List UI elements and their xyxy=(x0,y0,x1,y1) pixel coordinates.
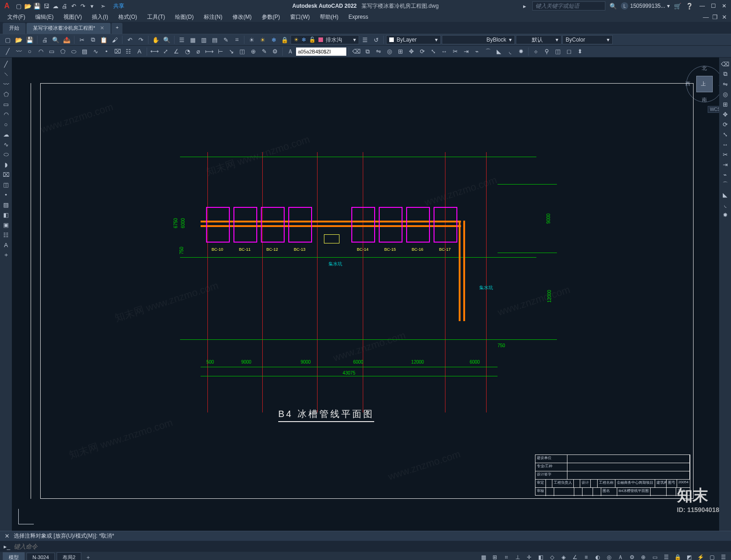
stretch-icon[interactable]: ↔ xyxy=(439,47,449,56)
dim-baseline-icon[interactable]: ⊢ xyxy=(215,47,225,56)
offset2-icon[interactable]: ◎ xyxy=(720,90,730,99)
toolpalettes-icon[interactable]: ▥ xyxy=(199,35,209,44)
layer-manager-icon[interactable]: ☀ xyxy=(247,35,257,44)
open-dwg-icon[interactable]: 📂 xyxy=(14,35,24,44)
menu-file[interactable]: 文件(F) xyxy=(3,12,30,22)
cmd-prompt-icon[interactable]: ▸_ xyxy=(3,542,11,550)
ungroup-icon[interactable]: ◻ xyxy=(564,47,574,56)
menu-modify[interactable]: 修改(M) xyxy=(228,12,256,22)
grid-icon[interactable]: ⊞ xyxy=(490,553,500,560)
dim-aligned-icon[interactable]: ⤢ xyxy=(160,47,170,56)
revcloud-icon[interactable]: ☁ xyxy=(1,130,11,139)
app-store-icon[interactable]: 🛒 xyxy=(673,2,682,10)
polar-icon[interactable]: ✛ xyxy=(524,553,534,560)
hatch2-icon[interactable]: ▨ xyxy=(1,200,11,209)
help-icon[interactable]: ❔ xyxy=(685,2,694,10)
ellipse2-icon[interactable]: ⬭ xyxy=(1,150,11,159)
properties-icon[interactable]: ☰ xyxy=(177,35,187,44)
arc-icon[interactable]: ◠ xyxy=(36,47,46,56)
layout-tab-model[interactable]: 模型 xyxy=(3,552,25,560)
minimize-button[interactable]: — xyxy=(697,2,707,10)
explode-icon[interactable]: ✸ xyxy=(516,47,526,56)
copy2-icon[interactable]: ⧉ xyxy=(362,47,372,56)
trim2-icon[interactable]: ✂ xyxy=(720,150,730,159)
isodraft-icon[interactable]: ◧ xyxy=(535,553,546,560)
annotation-monitor-icon[interactable]: ⊕ xyxy=(638,553,648,560)
circle-icon[interactable]: ○ xyxy=(25,47,35,56)
workspace-icon[interactable]: ⚙ xyxy=(627,553,637,560)
publish-icon[interactable]: 📤 xyxy=(62,35,72,44)
menu-draw[interactable]: 绘图(D) xyxy=(170,12,198,22)
user-account[interactable]: L 1505999135... ▾ xyxy=(621,2,670,10)
dimstyle-icon[interactable]: ⚙ xyxy=(270,47,280,56)
layer-states-icon[interactable]: ☰ xyxy=(360,35,370,44)
text-icon[interactable]: A xyxy=(134,47,144,56)
menu-express[interactable]: Express xyxy=(344,13,373,21)
fillet2-icon[interactable]: ◟ xyxy=(720,200,730,209)
menu-help[interactable]: 帮助(H) xyxy=(315,12,343,22)
designcenter-icon[interactable]: ▦ xyxy=(188,35,198,44)
break-icon[interactable]: ⌁ xyxy=(472,47,482,56)
undo2-icon[interactable]: ↶ xyxy=(125,35,135,44)
plot-icon[interactable]: 🖨 xyxy=(60,2,69,10)
mtext-icon[interactable]: A xyxy=(1,240,11,249)
extend2-icon[interactable]: ⇥ xyxy=(720,160,730,169)
new-icon[interactable]: ▢ xyxy=(15,2,23,10)
doc-restore-button[interactable]: ❐ xyxy=(711,13,719,21)
menu-format[interactable]: 格式(O) xyxy=(114,12,142,22)
point-icon[interactable]: • xyxy=(101,47,111,56)
app-logo[interactable]: A xyxy=(2,2,12,10)
mirror-icon[interactable]: ⇋ xyxy=(373,47,383,56)
table-icon[interactable]: ☷ xyxy=(123,47,133,56)
ucs-icon[interactable] xyxy=(16,505,37,527)
snapmode-icon[interactable]: ⌗ xyxy=(501,553,511,560)
cleanscreen-icon[interactable]: ▢ xyxy=(707,553,717,560)
3dosnap-icon[interactable]: ◈ xyxy=(558,553,568,560)
layer-previous-icon[interactable]: ↺ xyxy=(371,35,381,44)
polygon-icon[interactable]: ⬠ xyxy=(58,47,68,56)
color-dropdown[interactable]: ByLayer ▾ xyxy=(386,35,441,44)
circle2-icon[interactable]: ○ xyxy=(1,120,11,129)
dim-radius-icon[interactable]: ◔ xyxy=(182,47,192,56)
move2-icon[interactable]: ✥ xyxy=(720,110,730,119)
group-icon[interactable]: ◫ xyxy=(553,47,563,56)
layer-lock-icon[interactable]: 🔒 xyxy=(280,35,290,44)
join-icon[interactable]: ⌒ xyxy=(483,47,493,56)
point2-icon[interactable]: • xyxy=(1,190,11,199)
pan-icon[interactable]: ✋ xyxy=(151,35,161,44)
paste-icon[interactable]: 📋 xyxy=(99,35,109,44)
menu-edit[interactable]: 编辑(E) xyxy=(31,12,58,22)
redo2-icon[interactable]: ↷ xyxy=(136,35,146,44)
sheetset-icon[interactable]: ▤ xyxy=(210,35,220,44)
dim-continue-icon[interactable]: ⟼ xyxy=(204,47,214,56)
save-dwg-icon[interactable]: 💾 xyxy=(25,35,35,44)
scale-icon[interactable]: ⤡ xyxy=(428,47,438,56)
menu-insert[interactable]: 插入(I) xyxy=(87,12,112,22)
mirror2-icon[interactable]: ⇋ xyxy=(720,79,730,89)
tolerance-icon[interactable]: ◫ xyxy=(237,47,247,56)
doc-close-button[interactable]: ✕ xyxy=(720,13,728,21)
centermark-icon[interactable]: ⊕ xyxy=(248,47,258,56)
textstyle-icon[interactable]: Ａ xyxy=(285,47,295,56)
redo-icon[interactable]: ↷ xyxy=(79,2,87,10)
polygon2-icon[interactable]: ⬠ xyxy=(1,90,11,99)
array-icon[interactable]: ⊞ xyxy=(395,47,405,56)
otrack-icon[interactable]: ∠ xyxy=(570,553,580,560)
new-dwg-icon[interactable]: ▢ xyxy=(3,35,13,44)
open-icon[interactable]: 📂 xyxy=(24,2,32,10)
dim-angular-icon[interactable]: ∠ xyxy=(171,47,181,56)
hatch-icon[interactable]: ▨ xyxy=(79,47,90,56)
addselected-icon[interactable]: ＋ xyxy=(1,250,11,259)
spline-icon[interactable]: ∿ xyxy=(90,47,101,56)
layer-freeze-icon[interactable]: ❄ xyxy=(269,35,279,44)
makeblock-icon[interactable]: ◫ xyxy=(1,180,11,189)
chamfer-icon[interactable]: ◣ xyxy=(494,47,504,56)
lineweight2-icon[interactable]: ≡ xyxy=(581,553,591,560)
close-button[interactable]: ✕ xyxy=(719,2,729,10)
doc-minimize-button[interactable]: — xyxy=(702,13,710,21)
cmd-close-icon[interactable]: ✕ xyxy=(3,532,11,540)
extend-icon[interactable]: ⇥ xyxy=(461,47,471,56)
region-icon[interactable]: ▣ xyxy=(1,220,11,229)
arc2-icon[interactable]: ◠ xyxy=(1,110,11,119)
offset-icon[interactable]: ◎ xyxy=(384,47,394,56)
